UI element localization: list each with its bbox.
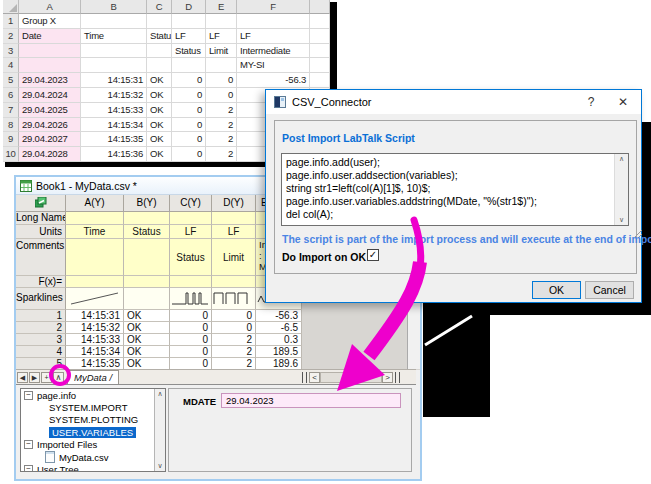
excel-cell-D[interactable]: 0 <box>172 132 206 147</box>
excel-select-all-corner[interactable] <box>3 0 19 14</box>
excel-cell-G[interactable] <box>310 29 330 44</box>
long-name-A[interactable] <box>66 212 124 225</box>
excel-cell-D[interactable] <box>172 58 206 73</box>
excel-cell-B[interactable]: Time <box>81 29 147 44</box>
excel-cell-C[interactable]: OK <box>147 103 172 118</box>
scroll-down-icon[interactable]: ∨ <box>615 216 628 224</box>
sheet-tab-mydata[interactable]: MyData / <box>67 370 119 385</box>
mdate-value-field[interactable]: 29.04.2023 <box>221 393 401 408</box>
excel-cell-C[interactable]: OK <box>147 118 172 133</box>
add-sheet-button[interactable]: + <box>41 372 52 383</box>
splitter-handle[interactable] <box>302 372 307 383</box>
wb-cell-D[interactable]: 2 <box>212 346 256 358</box>
excel-cell-A[interactable]: 29.04.2025 <box>19 103 81 118</box>
excel-cell-F[interactable] <box>237 14 310 29</box>
fx-C[interactable] <box>170 276 212 288</box>
units-C[interactable]: LF <box>170 225 212 239</box>
hscroll-left-icon[interactable]: < <box>309 372 320 383</box>
splitter-handle-2[interactable] <box>395 372 400 383</box>
wb-row-number[interactable]: 2 <box>16 322 66 334</box>
excel-cell-F[interactable]: Intermediate <box>237 44 310 59</box>
wb-cell-D[interactable]: 0 <box>212 322 256 334</box>
fx-D[interactable] <box>212 276 256 288</box>
wb-cell-C[interactable]: 0 <box>170 346 212 358</box>
wb-cell-B[interactable]: OK <box>124 346 170 358</box>
fx-B[interactable] <box>124 276 170 288</box>
excel-col-header-E[interactable]: E <box>206 0 237 14</box>
excel-cell-D[interactable]: 0 <box>172 73 206 88</box>
tree-item-mydata-csv[interactable]: MyData.csv <box>21 451 165 463</box>
collapse-icon[interactable]: − <box>24 465 33 472</box>
excel-cell-E[interactable]: Limit <box>206 44 237 59</box>
comments-C[interactable]: Status <box>170 239 212 276</box>
col-header-BY[interactable]: B(Y) <box>124 195 170 212</box>
excel-cell-D[interactable]: 0 <box>172 147 206 162</box>
wb-cell-A[interactable]: 14:15:32 <box>66 322 124 334</box>
long-name-C[interactable] <box>170 212 212 225</box>
excel-cell-A[interactable]: 29.04.2024 <box>19 88 81 103</box>
wb-cell-E[interactable]: -6.5 <box>256 322 302 334</box>
comments-B[interactable] <box>124 239 170 276</box>
excel-cell-B[interactable]: 14:15:35 <box>81 132 147 147</box>
dialog-close-button[interactable]: ✕ <box>607 90 639 114</box>
excel-cell-A[interactable]: Date <box>19 29 81 44</box>
wb-row-number[interactable]: 1 <box>16 310 66 322</box>
excel-cell-G[interactable] <box>310 73 330 88</box>
excel-cell-E[interactable] <box>206 58 237 73</box>
excel-cell-C[interactable] <box>147 58 172 73</box>
tree-item-system-import[interactable]: SYSTEM.IMPORT <box>21 401 165 413</box>
scroll-up-icon[interactable]: ∧ <box>615 155 628 163</box>
sparkline-A[interactable] <box>66 288 124 310</box>
wb-cell-B[interactable]: OK <box>124 310 170 322</box>
wb-cell-C[interactable]: 0 <box>170 310 212 322</box>
tree-item-imported-files[interactable]: − Imported Files <box>21 439 165 451</box>
excel-col-header-G-sliver[interactable] <box>310 0 330 14</box>
wb-cell-E[interactable]: -56.3 <box>256 310 302 322</box>
comments-A[interactable] <box>66 239 124 276</box>
excel-cell-C[interactable]: OK <box>147 147 172 162</box>
excel-cell-D[interactable]: 0 <box>172 88 206 103</box>
excel-cell-A[interactable]: 29.04.2026 <box>19 118 81 133</box>
col-header-DY[interactable]: D(Y) <box>212 195 256 212</box>
excel-row-number[interactable]: 7 <box>3 103 19 118</box>
excel-cell-G[interactable] <box>310 58 330 73</box>
long-name-D[interactable] <box>212 212 256 225</box>
wb-row-number[interactable]: 4 <box>16 346 66 358</box>
tree-item-system-plotting[interactable]: SYSTEM.PLOTTING <box>21 414 165 426</box>
wb-cell-A[interactable]: 14:15:31 <box>66 310 124 322</box>
excel-col-header-D[interactable]: D <box>172 0 206 14</box>
scroll-down-icon[interactable]: ∨ <box>155 461 165 471</box>
excel-cell-C[interactable]: OK <box>147 88 172 103</box>
excel-cell-D[interactable]: 0 <box>172 118 206 133</box>
excel-cell-E[interactable]: 2 <box>206 118 237 133</box>
wb-cell-B[interactable]: OK <box>124 334 170 346</box>
ok-button[interactable]: OK <box>532 281 581 299</box>
excel-cell-A[interactable]: 29.04.2023 <box>19 73 81 88</box>
sparkline-C[interactable] <box>170 288 212 310</box>
excel-cell-F[interactable]: -56.3 <box>237 73 310 88</box>
fx-A[interactable] <box>66 276 124 288</box>
excel-cell-B[interactable] <box>81 14 147 29</box>
col-header-CY[interactable]: C(Y) <box>170 195 212 212</box>
excel-cell-B[interactable]: 14:15:32 <box>81 88 147 103</box>
workbook-corner-cell[interactable] <box>16 195 66 212</box>
excel-row-number[interactable]: 1 <box>3 14 19 29</box>
wb-row-number[interactable]: 3 <box>16 334 66 346</box>
sparkline-D[interactable] <box>212 288 256 310</box>
units-label[interactable]: Units <box>16 225 66 239</box>
excel-col-header-F[interactable]: F <box>237 0 310 14</box>
wb-cell-A[interactable]: 14:15:34 <box>66 346 124 358</box>
excel-cell-G[interactable] <box>310 14 330 29</box>
excel-cell-A[interactable]: 29.04.2028 <box>19 147 81 162</box>
fx-label[interactable]: F(x)= <box>16 276 66 288</box>
excel-cell-C[interactable]: OK <box>147 132 172 147</box>
excel-cell-E[interactable]: 2 <box>206 132 237 147</box>
excel-col-header-B[interactable]: B <box>81 0 147 14</box>
textbox-scrollbar[interactable]: ∧ ∨ <box>614 154 628 225</box>
excel-cell-C[interactable]: Status <box>147 29 172 44</box>
excel-col-header-C[interactable]: C <box>147 0 172 14</box>
tree-item-user-variables[interactable]: USER.VARIABLES <box>21 426 165 438</box>
hscroll-right-icon[interactable]: > <box>382 372 393 383</box>
excel-cell-C[interactable] <box>147 14 172 29</box>
excel-cell-B[interactable] <box>81 44 147 59</box>
